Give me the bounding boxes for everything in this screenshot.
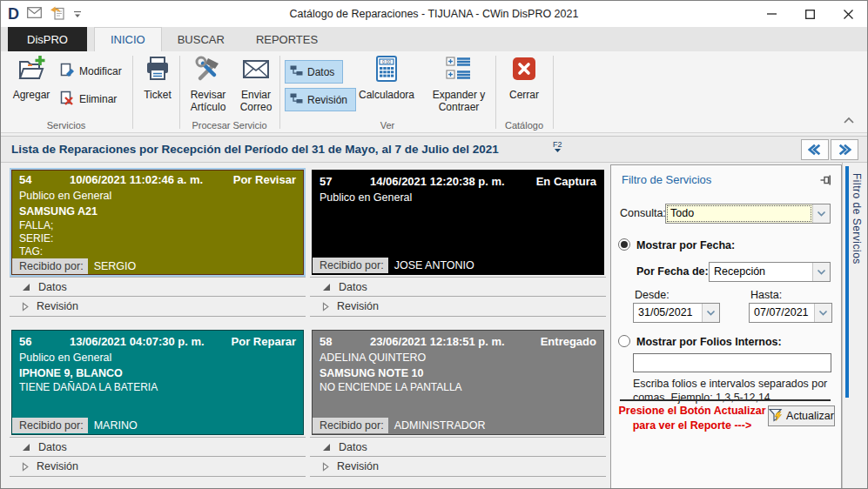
expander-revision[interactable]: Revisión: [310, 297, 606, 317]
repair-stack-54: 54 10/06/2021 11:02:46 a. m. Por Revisar…: [10, 168, 306, 317]
revisar-articulo-button[interactable]: Revisar Artículo: [184, 55, 232, 113]
received-by-value: MARINO: [94, 419, 138, 432]
revision-toggle[interactable]: Revisión: [285, 88, 356, 111]
eliminar-button[interactable]: Eliminar: [57, 90, 120, 109]
repair-card[interactable]: 57 14/06/2021 12:20:38 p. m. En Captura …: [312, 170, 604, 275]
card-datetime: 13/06/2021 04:07:30 p. m.: [70, 335, 205, 348]
tab-buscar[interactable]: BUSCAR: [162, 27, 240, 51]
qat-dropdown-icon[interactable]: [73, 6, 82, 22]
chevron-down-icon[interactable]: [702, 304, 719, 322]
quick-access-toolbar: D: [8, 1, 82, 27]
status-badge: Entregado: [541, 335, 596, 348]
ribbon-separator: [279, 56, 280, 129]
datos-panel-icon: [290, 64, 303, 79]
expander-revision[interactable]: Revisión: [310, 457, 606, 477]
chevron-down-icon[interactable]: [812, 204, 830, 223]
desde-datepicker[interactable]: 31/05/2021: [633, 303, 720, 323]
received-by-value: JOSE ANTONIO: [394, 259, 474, 271]
dropdown-arrow-icon: [555, 149, 561, 153]
chevron-down-icon[interactable]: [812, 263, 830, 281]
collapsed-triangle-icon: [22, 462, 29, 472]
card-folio: 54: [19, 173, 70, 186]
expander-revision[interactable]: Revisión: [10, 457, 306, 477]
repair-card[interactable]: 58 23/06/2021 12:18:51 p. m. Entregado A…: [312, 330, 604, 435]
card-datetime: 23/06/2021 12:18:51 p. m.: [370, 335, 505, 348]
received-by-label: Recibido por:: [12, 258, 88, 274]
tab-reportes[interactable]: REPORTES: [240, 27, 333, 51]
chevron-down-icon[interactable]: [814, 304, 831, 322]
report-icon[interactable]: [50, 5, 65, 23]
card-datetime: 14/06/2021 12:20:38 p. m.: [370, 175, 505, 188]
ticket-button[interactable]: Ticket: [138, 55, 178, 101]
received-by-label: Recibido por:: [313, 418, 388, 433]
filter-panel: Filtro de Servicios Consulta: Todo Mostr…: [610, 164, 842, 489]
tab-inicio[interactable]: INICIO: [94, 27, 162, 51]
ribbon: Agregar Modificar Eliminar Servicios: [1, 51, 867, 133]
repair-card[interactable]: 54 10/06/2021 11:02:46 a. m. Por Revisar…: [11, 170, 304, 275]
expander-datos[interactable]: Datos: [10, 437, 306, 457]
ribbon-separator: [553, 56, 554, 129]
repair-card[interactable]: 56 13/06/2021 04:07:30 p. m. Por Reparar…: [11, 330, 304, 435]
report-bar: Lista de Reparaciones por Recepción del …: [1, 136, 867, 163]
card-datetime: 10/06/2021 11:02:46 a. m.: [70, 173, 203, 186]
minimize-button[interactable]: [752, 1, 791, 27]
expander-datos[interactable]: Datos: [10, 277, 306, 297]
actualizar-button[interactable]: Actualizar: [768, 405, 835, 426]
maximize-button[interactable]: [791, 1, 829, 27]
envelope-icon: [242, 55, 270, 86]
edit-icon: [60, 63, 75, 80]
status-badge: Por Reparar: [232, 335, 296, 348]
status-badge: Por Revisar: [233, 173, 296, 186]
prev-page-button[interactable]: [801, 139, 829, 160]
tab-dispro[interactable]: DisPRO: [8, 27, 87, 51]
delete-icon: [60, 90, 75, 108]
card-client: Publico en General: [19, 188, 296, 204]
next-page-button[interactable]: [831, 139, 858, 160]
card-client: ADELINA QUINTERO: [320, 350, 596, 365]
report-title: Lista de Reparaciones por Recepción del …: [11, 137, 499, 162]
received-by-label: Recibido por:: [12, 418, 88, 433]
desde-label: Desde:: [635, 289, 670, 301]
collapsed-triangle-icon: [322, 462, 329, 472]
consulta-combobox[interactable]: Todo: [665, 204, 831, 224]
expander-revision[interactable]: Revisión: [10, 297, 306, 317]
ribbon-separator: [495, 56, 496, 129]
agregar-button[interactable]: Agregar: [8, 55, 55, 101]
expanded-triangle-icon: [322, 283, 331, 291]
actualizar-warning: Presione el Botón Actualizar para ver el…: [618, 404, 766, 433]
modificar-button[interactable]: Modificar: [57, 62, 125, 81]
panel-divider: [620, 399, 831, 401]
side-tab-label: Filtro de Servicios: [851, 173, 863, 265]
pin-icon[interactable]: [819, 173, 832, 190]
card-client: Publico en General: [19, 350, 296, 365]
card-description: NO ENCIENDE LA PANTALLA: [320, 381, 596, 416]
double-chevron-left-icon: [808, 143, 822, 157]
close-button[interactable]: [829, 1, 867, 27]
received-by-value: SERGIO: [94, 260, 137, 272]
expanded-triangle-icon: [22, 283, 30, 291]
cerrar-button[interactable]: Cerrar: [500, 55, 548, 101]
collapse-ribbon-icon[interactable]: [843, 111, 855, 127]
radio-mostrar-por-folios[interactable]: [618, 335, 630, 347]
card-client: Publico en General: [320, 190, 596, 205]
datos-toggle[interactable]: Datos: [285, 60, 343, 84]
svg-text:0,00: 0,00: [382, 59, 391, 64]
radio-mostrar-por-fecha[interactable]: [618, 238, 630, 251]
enviar-correo-button[interactable]: Enviar Correo: [233, 55, 279, 113]
por-fecha-combobox[interactable]: Recepción: [709, 262, 831, 282]
folios-input[interactable]: [633, 353, 831, 372]
expander-datos[interactable]: Datos: [310, 277, 606, 297]
report-title-dropdown[interactable]: F2: [553, 140, 562, 153]
expand-collapse-icon: [445, 55, 473, 86]
card-device: IPHONE 9, BLANCO: [19, 365, 296, 381]
hasta-datepicker[interactable]: 07/07/2021: [749, 303, 832, 323]
expander-contraer-button[interactable]: Expander y Contraer: [424, 55, 494, 113]
group-ver: Ver: [280, 120, 495, 131]
por-fecha-de-label: Por Fecha de:: [636, 265, 709, 278]
expander-datos[interactable]: Datos: [310, 437, 606, 457]
mail-icon[interactable]: [27, 6, 42, 22]
expanded-triangle-icon: [322, 443, 331, 452]
filter-panel-side-tab[interactable]: Filtro de Servicios: [842, 163, 868, 488]
consulta-label: Consulta:: [620, 207, 666, 219]
calculadora-button[interactable]: 0,00 Calculadora: [353, 55, 421, 101]
